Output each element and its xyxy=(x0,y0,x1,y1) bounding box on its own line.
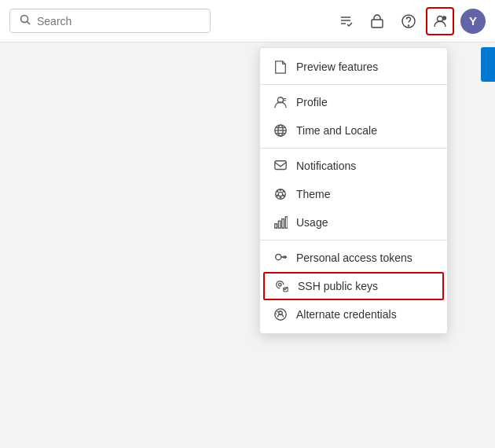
menu-item-profile[interactable]: Profile xyxy=(260,88,447,116)
svg-point-28 xyxy=(278,192,282,196)
ssh-label: SSH public keys xyxy=(298,280,433,292)
svg-point-0 xyxy=(21,16,28,23)
pat-label: Personal access tokens xyxy=(296,252,434,264)
alt-creds-label: Alternate credentials xyxy=(296,308,434,321)
svg-point-27 xyxy=(277,190,279,193)
svg-rect-32 xyxy=(285,217,288,228)
profile-icon xyxy=(273,95,288,109)
svg-rect-5 xyxy=(372,20,383,28)
globe-icon xyxy=(273,123,288,138)
svg-point-22 xyxy=(280,189,282,191)
ssh-icon xyxy=(274,279,290,293)
usage-label: Usage xyxy=(296,216,434,229)
menu-item-time-locale[interactable]: Time and Locale xyxy=(260,116,447,145)
svg-point-23 xyxy=(283,190,285,193)
menu-item-notifications[interactable]: Notifications xyxy=(260,152,447,180)
svg-point-25 xyxy=(280,196,282,199)
chat-icon xyxy=(273,159,288,173)
svg-point-33 xyxy=(276,255,281,260)
search-input[interactable] xyxy=(37,15,200,28)
alt-creds-icon xyxy=(273,307,288,321)
usage-icon xyxy=(273,215,288,230)
pat-icon xyxy=(273,251,288,265)
preview-features-label: Preview features xyxy=(296,61,434,73)
svg-point-35 xyxy=(279,283,282,286)
svg-rect-30 xyxy=(278,221,280,228)
search-box[interactable] xyxy=(9,9,211,33)
user-settings-button[interactable] xyxy=(426,7,454,35)
divider-2 xyxy=(260,148,447,149)
blue-button-stub xyxy=(481,47,495,82)
svg-rect-29 xyxy=(275,224,277,228)
menu-item-preview-features[interactable]: Preview features xyxy=(260,53,447,81)
divider-1 xyxy=(260,84,447,85)
document-icon xyxy=(273,60,288,74)
divider-3 xyxy=(260,240,447,241)
menu-item-ssh[interactable]: SSH public keys xyxy=(263,272,444,300)
tasks-button[interactable] xyxy=(332,7,360,35)
svg-line-1 xyxy=(28,22,31,25)
topbar-icons: Y xyxy=(332,7,486,35)
profile-label: Profile xyxy=(296,96,434,108)
notifications-label: Notifications xyxy=(296,160,434,172)
menu-item-usage[interactable]: Usage xyxy=(260,208,447,237)
avatar[interactable]: Y xyxy=(460,9,486,34)
topbar: Y xyxy=(0,0,495,42)
svg-rect-20 xyxy=(275,161,286,170)
store-button[interactable] xyxy=(363,7,391,35)
svg-point-7 xyxy=(409,25,409,26)
time-locale-label: Time and Locale xyxy=(296,124,434,137)
dropdown-menu: Preview features Profile Time and Locale xyxy=(259,47,448,334)
theme-icon xyxy=(273,187,288,201)
help-button[interactable] xyxy=(394,7,423,35)
svg-point-37 xyxy=(279,311,283,315)
svg-rect-31 xyxy=(282,219,284,229)
menu-item-pat[interactable]: Personal access tokens xyxy=(260,244,447,272)
menu-item-alt-creds[interactable]: Alternate credentials xyxy=(260,300,447,329)
menu-item-theme[interactable]: Theme xyxy=(260,180,447,208)
theme-label: Theme xyxy=(296,188,434,200)
search-icon xyxy=(20,14,31,28)
